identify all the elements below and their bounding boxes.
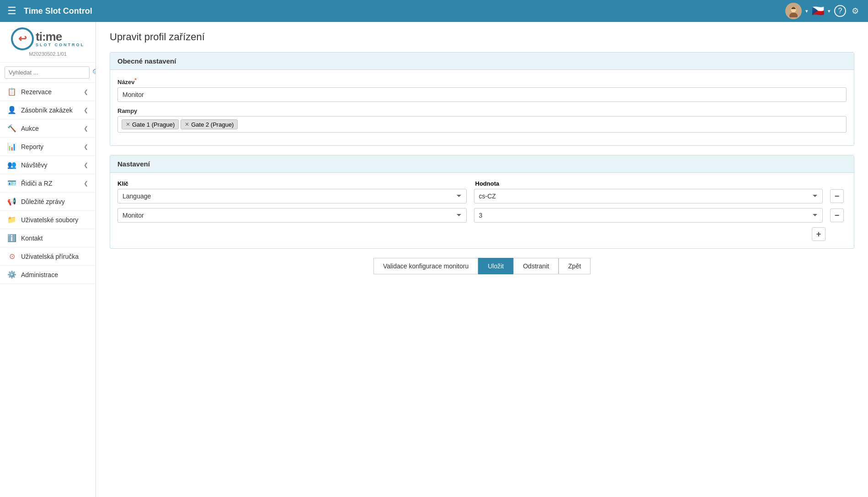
action-bar: Validace konfigurace monitoru Uložit Ods…: [110, 258, 854, 274]
avatar-dropdown-arrow[interactable]: ▾: [805, 8, 808, 14]
sidebar-item-reporty[interactable]: 📊 Reporty ❮: [0, 138, 96, 156]
prirucka-icon: ⊙: [7, 252, 16, 261]
settings-action-1: −: [830, 208, 847, 222]
chevron-right-icon-6: ❮: [84, 180, 88, 187]
reporty-label: Reporty: [21, 143, 43, 150]
value-select-0[interactable]: cs-CZ: [474, 189, 823, 203]
tag-gate2-remove[interactable]: ✕: [185, 121, 189, 128]
tag-gate1: ✕ Gate 1 (Prague): [122, 119, 179, 129]
settings-body: Klíč Hodnota Language cs-CZ −: [110, 173, 854, 248]
sidebar-item-prirucka[interactable]: ⊙ Uživatelská příručka: [0, 247, 96, 266]
remove-row-1-button[interactable]: −: [830, 208, 844, 222]
logo-slot-text: SLOT CONTROL: [36, 43, 85, 48]
layout: ↩ ti:me SLOT CONTROL M20230502.1/01 🔍 📋 …: [0, 22, 868, 497]
logo-circle: ↩: [11, 27, 34, 50]
sidebar-item-zasobnik[interactable]: 👤 Zásobník zakázek ❮: [0, 101, 96, 119]
settings-value-1: 3: [474, 208, 823, 223]
avatar[interactable]: [785, 3, 802, 19]
sidebar-item-navstevy[interactable]: 👥 Návštěvy ❮: [0, 156, 96, 174]
sidebar-item-ridici[interactable]: 🪪 Řidiči a RZ ❮: [0, 174, 96, 192]
ridici-label: Řidiči a RZ: [21, 180, 52, 187]
topnav: ☰ Time Slot Control ▾ 🇨🇿 ▾ ? ⚙: [0, 0, 868, 22]
uzivatelske-label: Uživatelské soubory: [21, 216, 78, 224]
tag-gate2: ✕ Gate 2 (Prague): [181, 119, 238, 129]
app-title: Time Slot Control: [24, 6, 92, 16]
logo-text: ti:me SLOT CONTROL: [36, 30, 85, 48]
key-select-1[interactable]: Monitor: [117, 208, 467, 223]
save-button[interactable]: Uložit: [478, 258, 513, 274]
settings-col-headers: Klíč Hodnota: [117, 180, 847, 187]
settings-value-0: cs-CZ: [474, 189, 823, 203]
settings-header: Nastavení: [110, 155, 854, 173]
administrace-icon: ⚙️: [7, 270, 16, 279]
sidebar-logo: ↩ ti:me SLOT CONTROL M20230502.1/01: [0, 22, 96, 63]
aukce-label: Aukce: [21, 125, 39, 132]
sidebar-item-uzivatelske[interactable]: 📁 Uživatelské soubory: [0, 211, 96, 229]
name-label: Název*: [117, 77, 847, 86]
search-input[interactable]: [5, 66, 90, 79]
key-select-0[interactable]: Language: [117, 189, 467, 203]
app-version: M20230502.1/01: [29, 51, 67, 57]
sidebar-item-kontakt[interactable]: ℹ️ Kontakt: [0, 229, 96, 247]
validate-button[interactable]: Validace konfigurace monitoru: [373, 258, 478, 274]
flag-dropdown-arrow[interactable]: ▾: [828, 8, 831, 14]
settings-section: Nastavení Klíč Hodnota Language cs-CZ: [110, 155, 854, 249]
help-icon[interactable]: ?: [834, 5, 846, 17]
settings-action-0: −: [830, 189, 847, 203]
ramps-field-group: Rampy ✕ Gate 1 (Prague) ✕ Gate 2 (Prague…: [117, 107, 847, 133]
topnav-left: ☰ Time Slot Control: [7, 5, 92, 17]
rezervace-icon: 📋: [7, 87, 16, 96]
chevron-right-icon-3: ❮: [84, 125, 88, 132]
sidebar-item-dulezite[interactable]: 📢 Důležité zprávy: [0, 192, 96, 211]
remove-row-0-button[interactable]: −: [830, 189, 844, 203]
administrace-label: Administrace: [21, 271, 58, 278]
general-settings-header: Obecné nastavení: [110, 53, 854, 70]
main-content: Upravit profil zařízení Obecné nastavení…: [96, 22, 868, 497]
tag-gate1-label: Gate 1 (Prague): [132, 121, 175, 128]
reporty-icon: 📊: [7, 142, 16, 151]
settings-key-0: Language: [117, 189, 467, 203]
add-row-container: +: [117, 227, 847, 241]
sidebar-nav: 📋 Rezervace ❮ 👤 Zásobník zakázek ❮ 🔨 Auk…: [0, 83, 96, 497]
navstevy-label: Návštěvy: [21, 161, 48, 169]
ramps-tags-container[interactable]: ✕ Gate 1 (Prague) ✕ Gate 2 (Prague): [117, 116, 847, 133]
sidebar-item-administrace[interactable]: ⚙️ Administrace: [0, 266, 96, 284]
delete-button[interactable]: Odstranit: [513, 258, 559, 274]
add-row-button[interactable]: +: [812, 227, 825, 241]
general-settings-body: Název* Rampy ✕ Gate 1 (Prague) ✕ Gate 2 …: [110, 70, 854, 145]
page-title: Upravit profil zařízení: [110, 31, 854, 43]
kontakt-icon: ℹ️: [7, 234, 16, 242]
value-select-1[interactable]: 3: [474, 208, 823, 223]
chevron-right-icon-5: ❮: [84, 162, 88, 168]
hamburger-icon[interactable]: ☰: [7, 5, 16, 17]
kontakt-label: Kontakt: [21, 235, 43, 242]
sidebar-search-container: 🔍: [0, 63, 96, 83]
chevron-right-icon-2: ❮: [84, 107, 88, 113]
sidebar-item-aukce[interactable]: 🔨 Aukce ❮: [0, 119, 96, 138]
value-col-header: Hodnota: [475, 180, 826, 187]
dulezite-label: Důležité zprávy: [21, 198, 65, 205]
topnav-right: ▾ 🇨🇿 ▾ ? ⚙: [785, 3, 861, 19]
back-button[interactable]: Zpět: [559, 258, 591, 274]
aukce-icon: 🔨: [7, 124, 16, 133]
language-flag[interactable]: 🇨🇿: [812, 5, 824, 17]
sidebar-item-rezervace[interactable]: 📋 Rezervace ❮: [0, 83, 96, 101]
name-input[interactable]: [117, 87, 847, 102]
settings-row-0: Language cs-CZ −: [117, 189, 847, 203]
key-col-header: Klíč: [117, 180, 468, 187]
settings-icon[interactable]: ⚙: [850, 4, 861, 18]
zasobnik-icon: 👤: [7, 106, 16, 114]
sidebar: ↩ ti:me SLOT CONTROL M20230502.1/01 🔍 📋 …: [0, 22, 96, 497]
logo-time-text: ti:me: [36, 30, 85, 43]
logo-arrow-icon: ↩: [18, 33, 27, 45]
tag-gate2-label: Gate 2 (Prague): [191, 121, 234, 128]
ridici-icon: 🪪: [7, 179, 16, 187]
tag-gate1-remove[interactable]: ✕: [126, 121, 130, 128]
prirucka-label: Uživatelská příručka: [21, 253, 79, 260]
search-icon[interactable]: 🔍: [92, 69, 96, 77]
settings-key-1: Monitor: [117, 208, 467, 223]
ramps-label: Rampy: [117, 107, 847, 114]
chevron-right-icon: ❮: [84, 89, 88, 95]
chevron-right-icon-4: ❮: [84, 144, 88, 150]
settings-row-1: Monitor 3 −: [117, 208, 847, 223]
